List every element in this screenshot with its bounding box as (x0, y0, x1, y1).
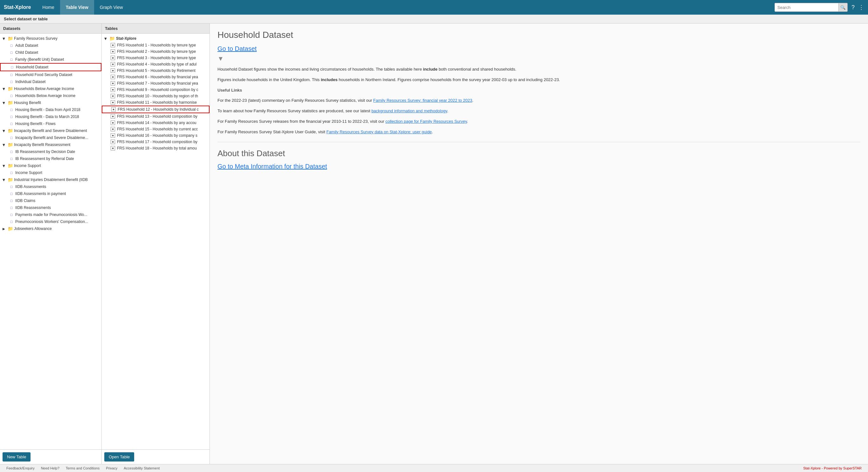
useful-link-3[interactable]: collection page for Family Resources Sur… (385, 119, 467, 124)
search-button[interactable]: 🔍 (838, 3, 847, 11)
table-row-4[interactable]: ■ FRS Household 4 - Households by type o… (102, 61, 210, 67)
tables-folder-statxplore[interactable]: ▼ 📁 Stat-Xplore (102, 35, 210, 42)
table-icon: □ (9, 149, 14, 154)
tree-item-is[interactable]: □ Income Support (0, 169, 101, 176)
tree-label-adult: Adult Dataset (15, 43, 38, 48)
table-label-2: FRS Household 2 - Households by tenure t… (117, 49, 196, 54)
tree-item-iidb-claims[interactable]: □ IIDB Claims (0, 197, 101, 204)
meta-link[interactable]: Go to Meta Information for this Dataset (217, 163, 327, 170)
table-icon: □ (9, 79, 14, 84)
menu-icon[interactable]: ⋮ (859, 4, 864, 11)
tree-label-ibr-referral: IB Reassessment by Referral Date (15, 156, 74, 161)
go-to-dataset-link[interactable]: Go to Dataset (217, 45, 256, 52)
tree-label-iidb-assess: IIDB Assessments (15, 184, 46, 189)
tree-item-iidb-assess-pay[interactable]: □ IIDB Assessments in payment (0, 190, 101, 197)
tree-item-adult[interactable]: □ Adult Dataset (0, 42, 101, 49)
tree-item-hfs[interactable]: □ Household Food Security Dataset (0, 71, 101, 78)
footer-link-terms[interactable]: Terms and Conditions (66, 466, 99, 470)
folder-icon: 📁 (8, 100, 13, 105)
tree-item-iidb-assess[interactable]: □ IIDB Assessments (0, 183, 101, 190)
tree-item-ib[interactable]: □ Incapacity Benefit and Severe Disablem… (0, 134, 101, 141)
site-logo[interactable]: Stat-Xplore (4, 4, 31, 10)
tree-folder-iidb[interactable]: ▼ 📁 Industrial Injuries Disablement Bene… (0, 176, 101, 183)
triangle-icon: ▼ (1, 163, 6, 168)
footer-link-privacy[interactable]: Privacy (106, 466, 117, 470)
table-row-15[interactable]: ■ FRS Household 15 - Households by curre… (102, 126, 210, 132)
folder-icon: 📁 (8, 177, 13, 182)
tree-item-household[interactable]: □ Household Dataset (0, 63, 101, 71)
tree-folder-jsa[interactable]: ► 📁 Jobseekers Allowance (0, 225, 101, 232)
useful-link-3-para: For Family Resources Survey releases fro… (217, 118, 860, 125)
table-label-14: FRS Household 14 - Households by any acc… (117, 121, 196, 125)
help-icon[interactable]: ? (851, 4, 855, 11)
nav-home[interactable]: Home (37, 0, 60, 14)
tree-label-individual: Individual Dataset (15, 80, 45, 84)
folder-icon: 📁 (8, 142, 13, 147)
tree-item-family-bu[interactable]: □ Family (Benefit Unit) Dataset (0, 56, 101, 63)
tree-folder-hbai[interactable]: ▼ 📁 Households Below Average Income (0, 85, 101, 92)
table-label-10: FRS Household 10 - Households by region … (117, 94, 198, 98)
tree-item-ibr-referral[interactable]: □ IB Reassessment by Referral Date (0, 155, 101, 162)
new-table-button[interactable]: New Table (3, 452, 31, 462)
breadcrumb: Select dataset or table (0, 14, 868, 24)
table-icon: □ (9, 57, 14, 62)
open-table-button[interactable]: Open Table (104, 452, 134, 462)
nav-table-view[interactable]: Table View (60, 0, 94, 14)
tree-folder-ibr[interactable]: ▼ 📁 Incapacity Benefit Reassessment (0, 141, 101, 148)
table-row-10[interactable]: ■ FRS Household 10 - Households by regio… (102, 93, 210, 99)
table-row-17[interactable]: ■ FRS Household 17 - Household compositi… (102, 139, 210, 145)
tree-item-hb-flows[interactable]: □ Housing Benefit - Flows (0, 120, 101, 127)
tree-item-individual[interactable]: □ Individual Dataset (0, 78, 101, 85)
tree-item-hbai[interactable]: □ Households Below Average Income (0, 92, 101, 99)
tree-item-pneumo-pay[interactable]: □ Payments made for Pneumoconiosis Wo... (0, 211, 101, 218)
footer-link-accessibility[interactable]: Accessibility Statement (124, 466, 160, 470)
useful-link-4[interactable]: Family Resources Survey data on Stat-Xpl… (326, 129, 432, 134)
table-label-4: FRS Household 4 - Households by type of … (117, 62, 196, 66)
table-row-7[interactable]: ■ FRS Household 7 - Households by financ… (102, 80, 210, 87)
table-sq-icon: ■ (111, 68, 115, 73)
table-row-14[interactable]: ■ FRS Household 14 - Households by any a… (102, 120, 210, 126)
search-input[interactable] (775, 3, 838, 11)
description-2: Figures include households in the United… (217, 77, 860, 83)
tree-item-ibr-decision[interactable]: □ IB Reassessment by Decision Date (0, 148, 101, 155)
useful-link-4-para: For Family Resources Survey Stat-Xplore … (217, 129, 860, 136)
table-sq-icon: ■ (111, 140, 115, 144)
table-row-11[interactable]: ■ FRS Household 11 - Households by harmo… (102, 99, 210, 106)
search-bar: 🔍 (775, 3, 848, 12)
tree-folder-ib[interactable]: ▼ 📁 Incapacity Benefit and Severe Disabl… (0, 127, 101, 134)
tree-item-hb-april[interactable]: □ Housing Benefit - Data from April 2018 (0, 106, 101, 113)
footer: Feedback/Enquiry Need Help? Terms and Co… (0, 464, 868, 472)
table-row-1[interactable]: ■ FRS Household 1 - Households by tenure… (102, 42, 210, 48)
table-row-12[interactable]: ■ FRS Household 12 - Households by Indiv… (102, 106, 210, 113)
tree-folder-hb[interactable]: ▼ 📁 Housing Benefit (0, 99, 101, 106)
tree-folder-frs[interactable]: ▼ 📁 Family Resources Survey (0, 35, 101, 42)
tree-folder-is[interactable]: ▼ 📁 Income Support (0, 162, 101, 169)
table-row-9[interactable]: ■ FRS Household 9 - Household compositio… (102, 87, 210, 93)
tree-item-pneumo-comp[interactable]: □ Pneumoconiosis Workers' Compensation..… (0, 218, 101, 225)
useful-link-4-start: For Family Resources Survey Stat-Xplore … (217, 129, 326, 134)
table-row-6[interactable]: ■ FRS Household 6 - Households by financ… (102, 74, 210, 80)
tree-label-pneumo-pay: Payments made for Pneumoconiosis Wo... (15, 212, 87, 217)
tree-label-hbai-table: Households Below Average Income (15, 93, 75, 98)
footer-link-feedback[interactable]: Feedback/Enquiry (6, 466, 35, 470)
footer-link-help[interactable]: Need Help? (41, 466, 59, 470)
useful-link-1-end: . (472, 98, 473, 103)
table-row-16[interactable]: ■ FRS Household 16 - Households by compa… (102, 132, 210, 139)
tree-label-ibr: Incapacity Benefit Reassessment (14, 143, 70, 147)
nav-graph-view[interactable]: Graph View (94, 0, 129, 14)
tree-label-is-table: Income Support (15, 171, 42, 175)
table-row-18[interactable]: ■ FRS Household 18 - Households by total… (102, 145, 210, 151)
table-row-3[interactable]: ■ FRS Household 3 - Households by tenure… (102, 55, 210, 61)
table-icon: □ (9, 212, 14, 217)
tree-label-frs: Family Resources Survey (14, 36, 58, 41)
table-row-2[interactable]: ■ FRS Household 2 - Households by tenure… (102, 48, 210, 55)
table-row-5[interactable]: ■ FRS Household 5 - Households by Retire… (102, 67, 210, 74)
useful-link-2[interactable]: background information and methodology (371, 109, 447, 113)
table-sq-icon: ■ (111, 114, 115, 119)
tree-item-iidb-reassess[interactable]: □ IIDB Reassessments (0, 204, 101, 211)
tree-item-child[interactable]: □ Child Dataset (0, 49, 101, 56)
tree-item-hb-march[interactable]: □ Housing Benefit - Data to March 2018 (0, 113, 101, 120)
table-row-13[interactable]: ■ FRS Household 13 - Household compositi… (102, 113, 210, 120)
useful-link-1[interactable]: Family Resources Survey: financial year … (373, 98, 472, 103)
tree-label-ibr-decision: IB Reassessment by Decision Date (15, 149, 75, 154)
